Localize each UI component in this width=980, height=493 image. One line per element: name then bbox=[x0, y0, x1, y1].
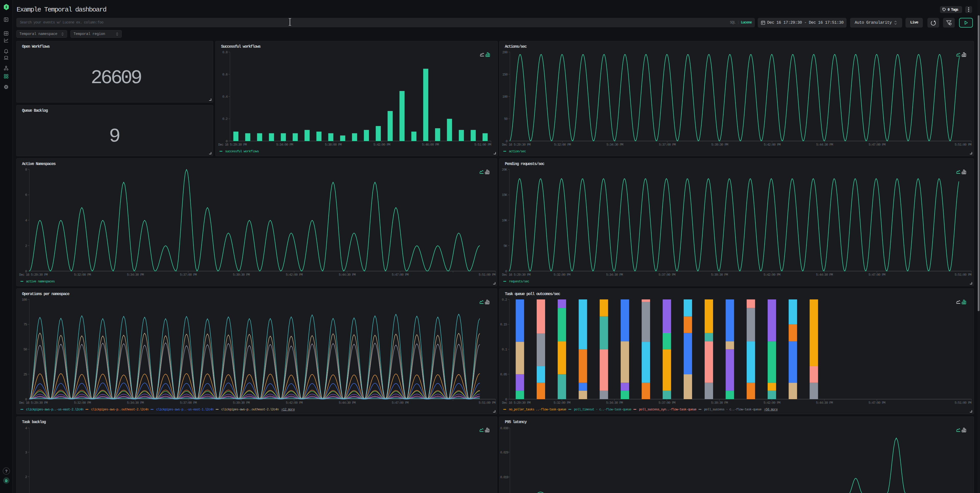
svg-text:5:42:00 PM: 5:42:00 PM bbox=[286, 401, 303, 405]
svg-text:5:44:30 PM: 5:44:30 PM bbox=[816, 273, 833, 277]
svg-text:5:37:00 PM: 5:37:00 PM bbox=[659, 143, 676, 147]
svg-text:5:51:00 PM: 5:51:00 PM bbox=[479, 401, 495, 405]
svg-text:4: 4 bbox=[25, 426, 27, 430]
svg-text:150: 150 bbox=[502, 73, 508, 76]
svg-text:clickpipes-aws-p..outheast-2.l: clickpipes-aws-p..outheast-2.l2c4n bbox=[221, 408, 279, 411]
svg-text:successful workflows: successful workflows bbox=[225, 150, 259, 153]
svg-text:5:32:00 PM: 5:32:00 PM bbox=[554, 143, 571, 147]
svg-text:5:42:00 PM: 5:42:00 PM bbox=[373, 143, 390, 147]
svg-text:25: 25 bbox=[24, 373, 27, 376]
svg-text:8: 8 bbox=[25, 168, 27, 172]
svg-text:0.05: 0.05 bbox=[500, 373, 507, 376]
svg-text:poll_success_syn..-flow-task-q: poll_success_syn..-flow-task-queue bbox=[639, 408, 697, 411]
svg-text:100: 100 bbox=[22, 298, 27, 302]
svg-text:5:46:00 PM: 5:46:00 PM bbox=[422, 143, 439, 147]
svg-text:5:39:30 PM: 5:39:30 PM bbox=[711, 401, 728, 405]
svg-text:5:44:30 PM: 5:44:30 PM bbox=[816, 143, 833, 147]
svg-text:5:39:30 PM: 5:39:30 PM bbox=[233, 401, 250, 405]
svg-text:5:32:00 PM: 5:32:00 PM bbox=[554, 401, 570, 405]
svg-text:26609: 26609 bbox=[91, 67, 141, 89]
svg-text:Task backlog: Task backlog bbox=[22, 420, 46, 425]
svg-text:5:39:30 PM: 5:39:30 PM bbox=[233, 273, 250, 277]
svg-text:0.029: 0.029 bbox=[500, 451, 508, 455]
svg-text:100: 100 bbox=[502, 95, 508, 99]
svg-text:Pending requests/sec: Pending requests/sec bbox=[505, 162, 544, 166]
svg-text:15K: 15K bbox=[502, 193, 507, 197]
svg-text:clickpipes-aws-p..outheast-2.l: clickpipes-aws-p..outheast-2.l2c4n bbox=[91, 408, 148, 411]
svg-text:clickpipes-aws-p..-us-east-1.l: clickpipes-aws-p..-us-east-1.l2c4n bbox=[156, 408, 213, 411]
svg-text:poll_timeout · c..-flow-task-q: poll_timeout · c..-flow-task-queue bbox=[574, 408, 632, 411]
svg-text:P95 latency: P95 latency bbox=[505, 420, 527, 425]
svg-text:0.15: 0.15 bbox=[500, 323, 507, 327]
svg-text:0.2: 0.2 bbox=[222, 117, 228, 121]
svg-text:5:51:00 PM: 5:51:00 PM bbox=[479, 273, 495, 277]
svg-text:5:34:00 PM: 5:34:00 PM bbox=[276, 143, 293, 147]
svg-text:5:34:30 PM: 5:34:30 PM bbox=[606, 273, 623, 277]
svg-text:Dec 16 5:29:30 PM: Dec 16 5:29:30 PM bbox=[502, 273, 531, 277]
svg-text:5:51:00 PM: 5:51:00 PM bbox=[474, 143, 491, 147]
svg-text:200: 200 bbox=[502, 51, 508, 54]
svg-text:active namespaces: active namespaces bbox=[26, 280, 55, 283]
svg-text:no_poller_tasks ..-flow-task-q: no_poller_tasks ..-flow-task-queue bbox=[509, 408, 566, 411]
svg-text:+12 more: +12 more bbox=[281, 408, 295, 411]
svg-text:5:34:30 PM: 5:34:30 PM bbox=[127, 273, 144, 277]
svg-text:5:34:30 PM: 5:34:30 PM bbox=[606, 143, 623, 147]
svg-text:5:39:30 PM: 5:39:30 PM bbox=[711, 143, 728, 147]
svg-text:5:42:00 PM: 5:42:00 PM bbox=[764, 273, 780, 277]
svg-text:0.019: 0.019 bbox=[500, 476, 508, 479]
svg-text:5:47:00 PM: 5:47:00 PM bbox=[869, 401, 885, 405]
svg-text:Operations per namespace: Operations per namespace bbox=[22, 292, 69, 296]
svg-text:action/sec: action/sec bbox=[509, 150, 526, 153]
svg-text:Actions/sec: Actions/sec bbox=[505, 44, 527, 49]
svg-text:5:42:00 PM: 5:42:00 PM bbox=[286, 273, 303, 277]
svg-text:0.1: 0.1 bbox=[502, 348, 507, 352]
svg-text:5K: 5K bbox=[504, 244, 508, 248]
svg-text:5:44:30 PM: 5:44:30 PM bbox=[816, 401, 833, 405]
svg-text:Dec 16 5:29:30 PM: Dec 16 5:29:30 PM bbox=[19, 273, 48, 277]
svg-text:Dec 16 5:29:30 PM: Dec 16 5:29:30 PM bbox=[19, 401, 48, 405]
svg-text:5:34:30 PM: 5:34:30 PM bbox=[127, 401, 144, 405]
svg-text:5:32:00 PM: 5:32:00 PM bbox=[554, 273, 570, 277]
svg-text:5:37:00 PM: 5:37:00 PM bbox=[659, 401, 675, 405]
svg-text:5:47:00 PM: 5:47:00 PM bbox=[392, 401, 409, 405]
svg-text:6: 6 bbox=[25, 193, 27, 197]
svg-text:5:32:00 PM: 5:32:00 PM bbox=[74, 273, 91, 277]
svg-text:5:47:00 PM: 5:47:00 PM bbox=[869, 143, 885, 147]
svg-text:Queue Backlog: Queue Backlog bbox=[22, 108, 48, 113]
svg-text:5:32:00 PM: 5:32:00 PM bbox=[74, 401, 91, 405]
svg-text:0.8: 0.8 bbox=[222, 51, 228, 54]
svg-text:Dec 16 5:29:30 PM: Dec 16 5:29:30 PM bbox=[218, 143, 247, 147]
svg-text:?: ? bbox=[5, 469, 8, 474]
svg-text:5:37:00 PM: 5:37:00 PM bbox=[659, 273, 675, 277]
svg-text:5:51:00 PM: 5:51:00 PM bbox=[955, 143, 971, 147]
svg-text:50: 50 bbox=[24, 348, 27, 352]
svg-text:D: D bbox=[5, 479, 7, 483]
svg-text:4: 4 bbox=[25, 219, 27, 222]
svg-text:0 Tags: 0 Tags bbox=[948, 8, 958, 12]
svg-text:5:37:00 PM: 5:37:00 PM bbox=[180, 273, 197, 277]
svg-text:5:51:00 PM: 5:51:00 PM bbox=[955, 273, 971, 277]
svg-text:5:42:00 PM: 5:42:00 PM bbox=[764, 401, 780, 405]
svg-text:Active Namespaces: Active Namespaces bbox=[22, 162, 56, 166]
svg-text:2: 2 bbox=[25, 475, 27, 479]
svg-text:0.2: 0.2 bbox=[502, 298, 507, 302]
svg-text:3: 3 bbox=[25, 451, 27, 455]
svg-text:5:37:00 PM: 5:37:00 PM bbox=[180, 401, 197, 405]
svg-text:5:47:00 PM: 5:47:00 PM bbox=[869, 273, 885, 277]
svg-text:poll_success · c..-flow-task-q: poll_success · c..-flow-task-queue bbox=[704, 408, 762, 411]
svg-text:requests/sec: requests/sec bbox=[509, 280, 529, 283]
svg-text:75: 75 bbox=[24, 323, 27, 327]
svg-text:5:38:00 PM: 5:38:00 PM bbox=[325, 143, 342, 147]
svg-text:5:34:30 PM: 5:34:30 PM bbox=[606, 401, 623, 405]
svg-text:50: 50 bbox=[504, 117, 508, 121]
svg-text:0.038: 0.038 bbox=[500, 427, 508, 430]
svg-text:5:47:00 PM: 5:47:00 PM bbox=[392, 273, 409, 277]
svg-text:5:39:30 PM: 5:39:30 PM bbox=[711, 273, 728, 277]
svg-text:Task queue poll outcomes/sec: Task queue poll outcomes/sec bbox=[505, 292, 560, 296]
svg-text:9: 9 bbox=[109, 125, 119, 147]
svg-text:20K: 20K bbox=[502, 168, 507, 172]
svg-text:Dec 16 5:29:30 PM: Dec 16 5:29:30 PM bbox=[502, 401, 531, 405]
svg-text:2: 2 bbox=[25, 244, 27, 248]
svg-text:10K: 10K bbox=[502, 219, 507, 222]
svg-text:clickpipes-aws-p..-us-east-2.l: clickpipes-aws-p..-us-east-2.l2c4n bbox=[26, 408, 83, 411]
